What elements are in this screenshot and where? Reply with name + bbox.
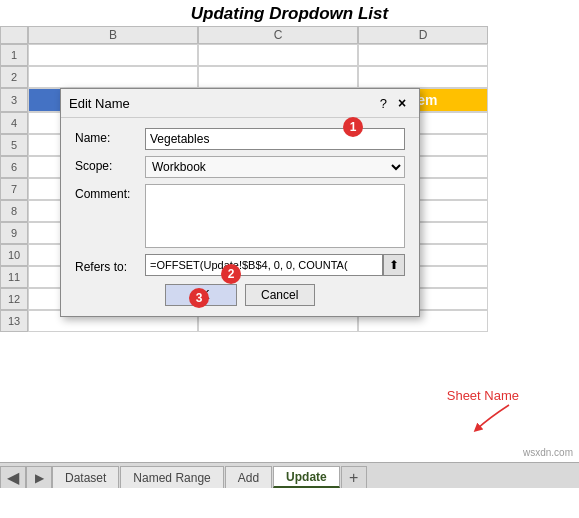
cell-1b (28, 44, 198, 66)
refers-row: Refers to: ⬆ (75, 254, 405, 276)
dialog-close-icon[interactable]: × (393, 94, 411, 112)
row-num-4: 4 (0, 112, 28, 134)
name-label: Name: (75, 128, 145, 145)
watermark: wsxdn.com (523, 447, 573, 458)
row-num-1: 1 (0, 44, 28, 66)
cell-2c (198, 66, 358, 88)
ok-button[interactable]: OK (165, 284, 236, 306)
refers-input[interactable] (145, 254, 383, 276)
dialog-titlebar: Edit Name ? × (61, 89, 419, 118)
row-num-2: 2 (0, 66, 28, 88)
col-a-header (0, 26, 28, 44)
spreadsheet: Updating Dropdown List B C D 1 2 3 Veget… (0, 0, 579, 488)
dialog-buttons: OK Cancel (75, 284, 405, 306)
tab-named-range[interactable]: Named Range (120, 466, 223, 488)
cell-1c (198, 44, 358, 66)
name-row: Name: (75, 128, 405, 150)
page-title: Updating Dropdown List (0, 0, 579, 26)
cancel-button[interactable]: Cancel (245, 284, 315, 306)
table-row: 2 (0, 66, 579, 88)
scope-label: Scope: (75, 156, 145, 173)
col-c-header: C (198, 26, 358, 44)
dialog-title: Edit Name (69, 96, 130, 111)
col-d-header: D (358, 26, 488, 44)
row-num-3: 3 (0, 88, 28, 112)
tab-add[interactable]: Add (225, 466, 272, 488)
tab-update[interactable]: Update (273, 466, 340, 488)
cell-1d (358, 44, 488, 66)
next-sheet-button[interactable]: ▶ (26, 466, 52, 488)
refers-collapse-button[interactable]: ⬆ (383, 254, 405, 276)
table-row: 1 (0, 44, 579, 66)
comment-textarea[interactable] (145, 184, 405, 248)
new-sheet-button[interactable]: + (341, 466, 367, 488)
refers-label: Refers to: (75, 257, 145, 274)
cell-2d (358, 66, 488, 88)
add-sheet-button[interactable]: ◀ (0, 466, 26, 488)
sheet-name-annotation: Sheet Name (447, 388, 519, 433)
comment-row: Comment: (75, 184, 405, 248)
dialog-help-icon[interactable]: ? (380, 96, 387, 111)
edit-name-dialog: Edit Name ? × Name: Scope: Workbook (60, 88, 420, 317)
cell-2b (28, 66, 198, 88)
dialog-controls: ? × (380, 94, 411, 112)
comment-label: Comment: (75, 184, 145, 201)
scope-select[interactable]: Workbook (145, 156, 405, 178)
col-b-header: B (28, 26, 198, 44)
scope-row: Scope: Workbook (75, 156, 405, 178)
name-input[interactable] (145, 128, 405, 150)
tab-dataset[interactable]: Dataset (52, 466, 119, 488)
spreadsheet-area: Updating Dropdown List B C D 1 2 3 Veget… (0, 0, 579, 488)
dialog-body: Name: Scope: Workbook Comment: Re (61, 118, 419, 316)
column-headers: B C D (0, 26, 579, 44)
tab-bar: ◀ ▶ Dataset Named Range Add Update + (0, 462, 579, 488)
